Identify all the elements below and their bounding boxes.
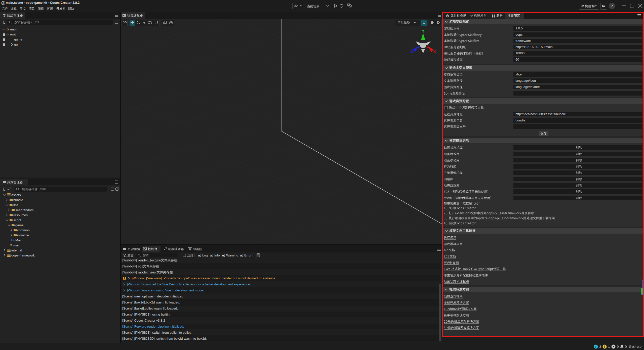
svg-text:X: X xyxy=(433,50,436,54)
svg-text:Z: Z xyxy=(411,49,413,53)
svg-text:Y: Y xyxy=(422,29,425,33)
